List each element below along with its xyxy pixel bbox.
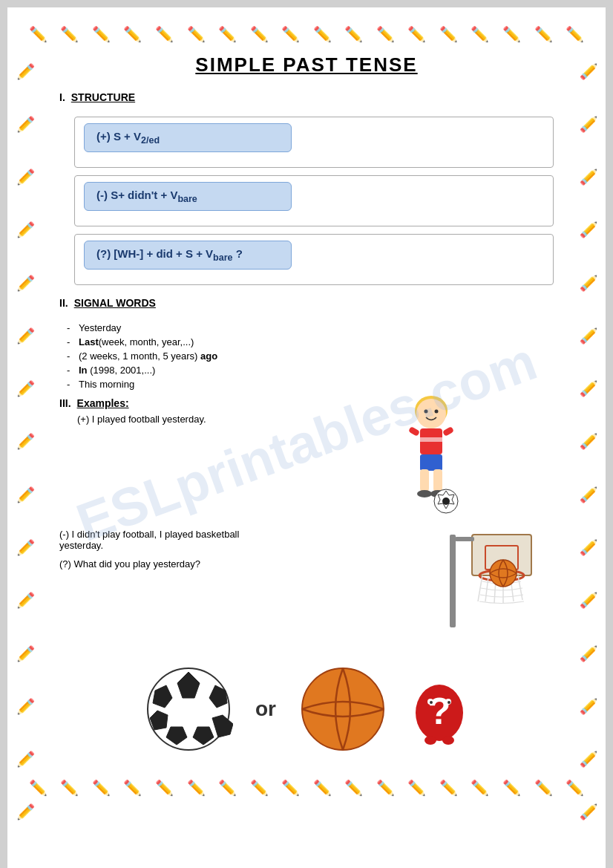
pencil-icon: ✏️ <box>16 538 34 557</box>
pencil-icon: ✏️ <box>579 273 597 292</box>
pencil-icon: ✏️ <box>16 62 34 80</box>
pencil-icon: ✏️ <box>579 114 597 133</box>
svg-point-41 <box>430 701 433 704</box>
svg-point-44 <box>442 736 454 745</box>
pencil-icon: ✏️ <box>92 779 111 797</box>
pencil-icon: ✏️ <box>534 779 553 797</box>
svg-rect-7 <box>442 426 454 437</box>
positive-text: (+) S + V2/ed <box>96 130 160 143</box>
pencil-icon: ✏️ <box>92 25 111 43</box>
pencil-icon: ✏️ <box>218 25 237 43</box>
section-signal-header: II. SIGNAL WORDS <box>59 297 554 316</box>
pencil-icon: ✏️ <box>439 25 458 43</box>
basketball-hoop-figure <box>450 531 539 627</box>
svg-point-42 <box>448 701 450 704</box>
pencil-icon: ✏️ <box>502 779 521 797</box>
pencil-icon: ✏️ <box>250 779 269 797</box>
negative-text: (-) S+ didn't + Vbare <box>96 189 197 201</box>
pencil-icon: ✏️ <box>376 779 395 797</box>
pencil-icon: ✏️ <box>218 779 237 797</box>
question-text: (?) [WH-] + did + S + Vbare ? <box>96 247 243 260</box>
question-structure-wrapper: (?) [WH-] + did + S + Vbare ? <box>74 234 554 285</box>
pencil-icon: ✏️ <box>187 779 206 797</box>
pencil-icon: ✏️ <box>579 62 597 80</box>
svg-rect-10 <box>433 469 442 492</box>
pencil-icon: ✏️ <box>579 644 597 662</box>
svg-point-11 <box>417 490 432 497</box>
pencil-icon: ✏️ <box>281 779 300 797</box>
border-top: ✏️ ✏️ ✏️ ✏️ ✏️ ✏️ ✏️ ✏️ ✏️ ✏️ ✏️ ✏️ ✏️ ✏… <box>22 22 591 46</box>
border-bottom: ✏️ ✏️ ✏️ ✏️ ✏️ ✏️ ✏️ ✏️ ✏️ ✏️ ✏️ ✏️ ✏️ ✏… <box>22 776 591 800</box>
section-heading-signal: SIGNAL WORDS <box>74 297 156 309</box>
pencil-icon: ✏️ <box>29 25 47 43</box>
section-examples: III. Examples: (+) I played football yes… <box>59 397 554 635</box>
basketball <box>298 665 387 754</box>
positive-structure-box: (+) S + V2/ed <box>84 123 292 152</box>
pencil-icon: ✏️ <box>16 168 34 186</box>
example-negative-text: (-) I didn't play football, I played bas… <box>59 529 282 551</box>
svg-point-1 <box>416 399 446 428</box>
signal-item-last: Last(week, month, year,...) <box>67 336 554 347</box>
section-heading-structure: STRUCTURE <box>71 91 135 103</box>
svg-rect-8 <box>420 454 442 471</box>
section-examples-header: III. Examples: <box>59 397 554 409</box>
pencil-icon: ✏️ <box>281 25 300 43</box>
question-mark-character: ? <box>410 672 469 746</box>
pencil-icon: ✏️ <box>123 25 142 43</box>
section-number-2: II. <box>59 297 68 309</box>
pencil-icon: ✏️ <box>155 779 174 797</box>
svg-point-3 <box>435 410 439 414</box>
signal-item-yesterday: Yesterday <box>67 322 554 333</box>
pencil-icon: ✏️ <box>60 779 79 797</box>
pencil-icon: ✏️ <box>344 779 363 797</box>
pencil-icon: ✏️ <box>16 750 34 769</box>
pencil-icon: ✏️ <box>579 379 597 398</box>
section-structure-header: I. STRUCTURE <box>59 91 554 111</box>
svg-rect-27 <box>455 537 474 541</box>
pencil-icon: ✏️ <box>566 25 584 43</box>
pencil-icon: ✏️ <box>123 779 142 797</box>
svg-rect-5 <box>420 437 442 442</box>
pencil-icon: ✏️ <box>579 750 597 769</box>
svg-rect-6 <box>408 426 420 437</box>
pencil-icon: ✏️ <box>579 538 597 557</box>
svg-point-2 <box>424 410 428 414</box>
signal-words-list: Yesterday Last(week, month, year,...) (2… <box>67 322 554 390</box>
boy-figure <box>383 390 479 523</box>
signal-item-this-morning: This morning <box>67 379 554 390</box>
pencil-icon: ✏️ <box>376 25 395 43</box>
pencil-icon: ✏️ <box>313 25 332 43</box>
pencil-icon: ✏️ <box>579 326 597 345</box>
main-content: SIMPLE PAST TENSE I. STRUCTURE (+) S + V… <box>59 53 554 769</box>
pencil-icon: ✏️ <box>344 25 363 43</box>
pencil-icon: ✏️ <box>250 25 269 43</box>
svg-rect-26 <box>450 535 456 627</box>
pencil-icon: ✏️ <box>16 379 34 398</box>
svg-text:?: ? <box>428 691 451 732</box>
question-structure-box: (?) [WH-] + did + S + Vbare ? <box>84 241 292 270</box>
pencil-icon: ✏️ <box>16 114 34 133</box>
pencil-icon: ✏️ <box>579 168 597 186</box>
or-label: or <box>255 697 276 721</box>
pencil-icon: ✏️ <box>579 485 597 503</box>
positive-structure-wrapper: (+) S + V2/ed <box>74 117 554 168</box>
pencil-icon: ✏️ <box>16 696 34 715</box>
pencil-icon: ✏️ <box>187 25 206 43</box>
border-right: ✏️ ✏️ ✏️ ✏️ ✏️ ✏️ ✏️ ✏️ ✏️ ✏️ ✏️ ✏️ ✏️ ✏… <box>573 45 603 838</box>
svg-point-25 <box>490 560 517 587</box>
negative-structure-box: (-) S+ didn't + Vbare <box>84 182 292 211</box>
signal-item-in: In (1998, 2001,...) <box>67 365 554 376</box>
pencil-icon: ✏️ <box>534 25 553 43</box>
pencil-icon: ✏️ <box>16 644 34 662</box>
page-title: SIMPLE PAST TENSE <box>59 53 554 76</box>
svg-point-15 <box>442 497 450 505</box>
pencil-icon: ✏️ <box>407 779 426 797</box>
pencil-icon: ✏️ <box>16 432 34 451</box>
pencil-icon: ✏️ <box>407 25 426 43</box>
pencil-icon: ✏️ <box>16 803 34 821</box>
pencil-icon: ✏️ <box>313 779 332 797</box>
section-number-1: I. <box>59 91 65 103</box>
pencil-icon: ✏️ <box>16 221 34 239</box>
balls-row: or ? <box>59 650 554 769</box>
pencil-icon: ✏️ <box>579 221 597 239</box>
